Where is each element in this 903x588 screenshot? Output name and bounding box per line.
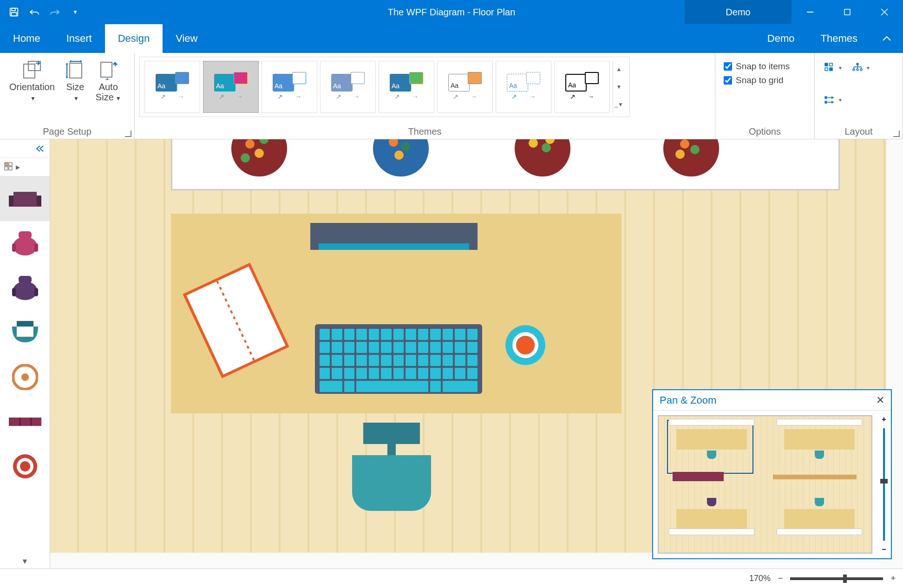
title-bar: ▼ The WPF Diagram - Floor Plan Demo bbox=[0, 0, 903, 24]
snap-to-items-label: Snap to items bbox=[736, 61, 790, 72]
collapse-ribbon-button[interactable] bbox=[870, 24, 903, 53]
size-label: Size bbox=[66, 82, 84, 92]
theme-item-8[interactable]: Aa↗→ bbox=[554, 61, 610, 113]
svg-point-31 bbox=[13, 281, 37, 300]
ribbon-group-themes: Aa↗→ Aa↗→ Aa↗→ Aa↗→ Aa↗→ Aa↗→ Aa bbox=[135, 53, 715, 139]
layout-dialog-launcher[interactable] bbox=[893, 131, 900, 137]
svg-rect-24 bbox=[13, 192, 37, 203]
svg-rect-26 bbox=[37, 196, 41, 206]
theme-item-2[interactable]: Aa↗→ bbox=[203, 61, 259, 113]
gallery-scroll-up[interactable]: ▲ bbox=[613, 61, 625, 78]
svg-rect-7 bbox=[70, 63, 82, 78]
tab-demo[interactable]: Demo bbox=[754, 24, 808, 53]
stencil-scroll-down[interactable]: ▼ bbox=[0, 555, 50, 568]
tab-view[interactable]: View bbox=[163, 24, 210, 53]
svg-rect-11 bbox=[825, 68, 828, 71]
tab-design[interactable]: Design bbox=[105, 24, 163, 53]
layout-group-title: Layout bbox=[815, 124, 903, 139]
save-button[interactable] bbox=[6, 4, 22, 20]
coffee-cup[interactable] bbox=[505, 325, 545, 365]
snap-to-grid-checkbox[interactable]: Snap to grid bbox=[720, 73, 787, 87]
svg-rect-28 bbox=[19, 231, 32, 239]
svg-rect-29 bbox=[12, 243, 16, 252]
layout-distribute-button[interactable]: ▼ bbox=[819, 92, 847, 109]
zoom-in-button[interactable]: + bbox=[890, 574, 896, 583]
stencil-expand-icon[interactable]: ▶ bbox=[16, 164, 20, 170]
theme-item-3[interactable]: Aa↗→ bbox=[262, 61, 317, 113]
theme-item-5[interactable]: Aa↗→ bbox=[379, 61, 434, 113]
pan-zoom-slider[interactable]: + − bbox=[877, 411, 891, 558]
main-area: ▶ ▼ bbox=[0, 139, 903, 568]
stencil-shape-coffee-cup[interactable] bbox=[0, 444, 50, 489]
pan-zoom-view[interactable] bbox=[653, 411, 877, 558]
svg-rect-40 bbox=[30, 418, 32, 426]
stencil-shape-sofa[interactable] bbox=[0, 176, 50, 221]
stencil-shape-chair-pink[interactable] bbox=[0, 221, 50, 266]
zoom-in-icon[interactable]: + bbox=[882, 415, 886, 424]
theme-item-7[interactable]: Aa↗→ bbox=[496, 61, 551, 113]
desk[interactable] bbox=[171, 214, 622, 413]
close-button[interactable] bbox=[866, 0, 903, 24]
tab-themes[interactable]: Themes bbox=[808, 24, 870, 53]
svg-rect-1 bbox=[12, 8, 15, 11]
stencil-category-icon[interactable] bbox=[4, 162, 13, 173]
undo-button[interactable] bbox=[26, 4, 43, 20]
svg-rect-32 bbox=[19, 276, 32, 283]
stencil-shape-target[interactable] bbox=[0, 355, 50, 399]
auto-size-icon bbox=[97, 59, 119, 81]
svg-rect-35 bbox=[17, 321, 33, 327]
desk-chair[interactable] bbox=[352, 423, 431, 509]
orientation-button[interactable]: Orientation▼ bbox=[5, 57, 59, 104]
size-button[interactable]: Size▼ bbox=[59, 57, 91, 104]
stencil-shape-bench[interactable] bbox=[0, 399, 50, 444]
ribbon: Orientation▼ Size▼ Auto Size▼ Page Setup bbox=[0, 53, 903, 139]
stencil-panel: ▶ ▼ bbox=[0, 139, 50, 568]
zoom-level-label: 170% bbox=[749, 574, 771, 583]
svg-rect-8 bbox=[101, 62, 112, 77]
stencil-collapse-button[interactable] bbox=[0, 139, 50, 158]
layout-tree-button[interactable]: ▼ bbox=[847, 59, 875, 76]
stencil-shape-chair-purple[interactable] bbox=[0, 266, 50, 310]
svg-rect-12 bbox=[830, 68, 832, 71]
tab-home[interactable]: Home bbox=[0, 24, 53, 53]
pan-zoom-close-button[interactable]: ✕ bbox=[876, 394, 884, 406]
svg-point-27 bbox=[13, 237, 37, 255]
diagram-canvas[interactable]: Pan & Zoom ✕ bbox=[50, 139, 903, 568]
window-title: The WPF Diagram - Floor Plan bbox=[388, 7, 516, 18]
svg-rect-10 bbox=[830, 63, 832, 66]
qat-customize-button[interactable]: ▼ bbox=[67, 4, 84, 20]
zoom-slider[interactable] bbox=[790, 577, 883, 580]
ribbon-group-options: Snap to items Snap to grid Options bbox=[715, 53, 815, 139]
minimize-button[interactable] bbox=[792, 0, 829, 24]
maximize-button[interactable] bbox=[829, 0, 866, 24]
stencil-shape-armchair-teal[interactable] bbox=[0, 310, 50, 355]
gallery-expand[interactable]: ⎯▼ bbox=[613, 96, 625, 113]
snap-to-items-checkbox[interactable]: Snap to items bbox=[720, 59, 793, 73]
zoom-out-icon[interactable]: − bbox=[882, 545, 886, 554]
svg-rect-30 bbox=[34, 243, 38, 252]
pan-zoom-window[interactable]: Pan & Zoom ✕ bbox=[652, 389, 892, 559]
layout-align-button[interactable]: ▼ bbox=[819, 59, 847, 76]
redo-button[interactable] bbox=[46, 4, 63, 20]
svg-rect-38 bbox=[9, 418, 41, 426]
theme-item-4[interactable]: Aa↗→ bbox=[320, 61, 376, 113]
page-setup-dialog-launcher[interactable] bbox=[125, 131, 131, 137]
window-buttons bbox=[792, 0, 903, 24]
svg-rect-3 bbox=[807, 12, 813, 13]
notebook[interactable] bbox=[183, 263, 289, 379]
zoom-out-button[interactable]: − bbox=[778, 574, 783, 583]
keyboard[interactable] bbox=[315, 324, 482, 394]
svg-point-37 bbox=[21, 373, 29, 381]
auto-size-button[interactable]: Auto Size▼ bbox=[91, 57, 126, 104]
tab-insert[interactable]: Insert bbox=[53, 24, 105, 53]
stencil-toolbar: ▶ bbox=[0, 158, 50, 176]
monitor[interactable] bbox=[310, 223, 478, 250]
svg-rect-21 bbox=[5, 167, 8, 170]
pan-zoom-header[interactable]: Pan & Zoom ✕ bbox=[653, 390, 891, 411]
theme-item-6[interactable]: Aa↗→ bbox=[437, 61, 493, 113]
gallery-scroll-down[interactable]: ▼ bbox=[613, 78, 625, 95]
theme-item-1[interactable]: Aa↗→ bbox=[144, 61, 200, 113]
svg-rect-17 bbox=[825, 97, 827, 98]
svg-point-13 bbox=[857, 63, 858, 65]
ribbon-tab-row: Home Insert Design View Demo Themes bbox=[0, 24, 903, 53]
